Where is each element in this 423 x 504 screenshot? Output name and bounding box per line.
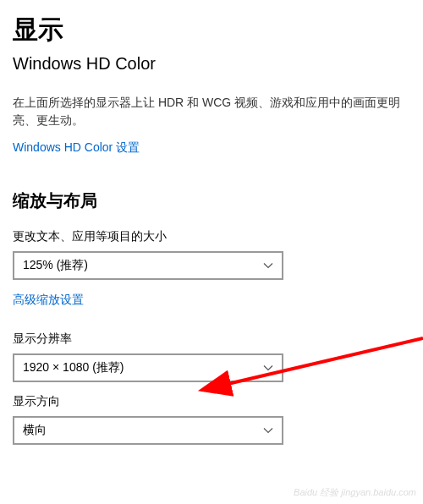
orientation-dropdown[interactable]: 横向: [13, 416, 283, 445]
scaling-heading: 缩放与布局: [13, 189, 410, 212]
resolution-value: 1920 × 1080 (推荐): [23, 360, 124, 375]
page-title: 显示: [13, 13, 410, 47]
resolution-label: 显示分辨率: [13, 331, 410, 347]
resolution-dropdown[interactable]: 1920 × 1080 (推荐): [13, 353, 283, 382]
hd-color-title: Windows HD Color: [13, 54, 410, 74]
scale-dropdown[interactable]: 125% (推荐): [13, 251, 283, 280]
watermark: Baidu 经验 jingyan.baidu.com: [294, 486, 416, 499]
scale-label: 更改文本、应用等项目的大小: [13, 229, 410, 244]
hd-color-settings-link[interactable]: Windows HD Color 设置: [13, 140, 140, 156]
chevron-down-icon: [263, 260, 273, 271]
advanced-scaling-link[interactable]: 高级缩放设置: [13, 293, 84, 308]
scale-value: 125% (推荐): [23, 258, 88, 273]
chevron-down-icon: [263, 425, 273, 436]
orientation-label: 显示方向: [13, 394, 410, 409]
chevron-down-icon: [263, 363, 273, 373]
orientation-value: 横向: [23, 423, 47, 438]
hd-color-description: 在上面所选择的显示器上让 HDR 和 WCG 视频、游戏和应用中的画面更明亮、更…: [13, 94, 410, 129]
